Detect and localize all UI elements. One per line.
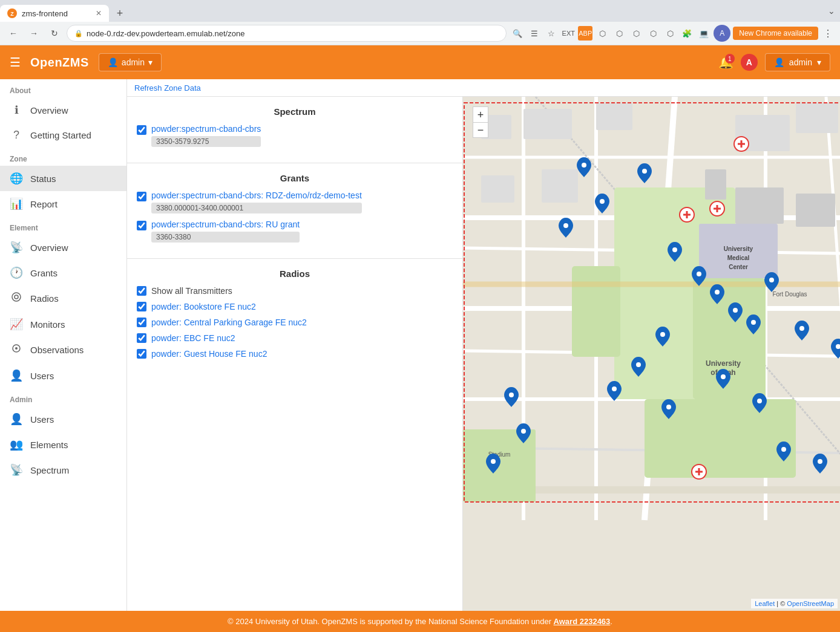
- bookmark-icon-btn[interactable]: ☆: [544, 26, 559, 41]
- share-icon-btn[interactable]: ☰: [527, 26, 542, 41]
- radio-2-link[interactable]: powder: Central Parking Garage FE nuc2: [151, 318, 307, 327]
- radio-4-link[interactable]: powder: Guest House FE nuc2: [151, 349, 267, 359]
- radio-3-link[interactable]: powder: EBC FE nuc2: [151, 333, 235, 343]
- browser-tab[interactable]: Z zms-frontend ✕: [0, 5, 109, 22]
- sidebar-section-zone: Zone: [0, 148, 126, 166]
- new-chrome-button[interactable]: New Chrome available: [733, 27, 818, 40]
- tab-close-button[interactable]: ✕: [96, 9, 102, 18]
- ext1-btn[interactable]: EXT: [561, 26, 576, 41]
- grant-1-checkbox[interactable]: [137, 221, 146, 230]
- spectrum-checkbox[interactable]: [137, 125, 146, 135]
- globe-icon: 🌐: [10, 172, 23, 185]
- svg-point-63: [509, 393, 514, 397]
- sidebar-label-monitors: Monitors: [30, 319, 65, 330]
- grant-0-content: powder:spectrum-cband-cbrs: RDZ-demo/rdz…: [151, 191, 362, 213]
- svg-rect-36: [705, 169, 726, 200]
- ext3-btn[interactable]: ⬡: [595, 26, 609, 41]
- radio-0-checkbox[interactable]: [137, 286, 146, 296]
- svg-rect-33: [542, 169, 578, 203]
- reload-button[interactable]: ↻: [46, 25, 63, 42]
- ext7-btn[interactable]: ⬡: [663, 26, 677, 41]
- device-btn[interactable]: 💻: [697, 26, 711, 41]
- ext6-btn[interactable]: ⬡: [646, 26, 660, 41]
- admin-dropdown-button[interactable]: 👤 admin ▾: [765, 53, 830, 71]
- sidebar-item-spectrum-admin[interactable]: 📡 Spectrum: [0, 457, 126, 483]
- spectrum-range: 3350-3579.9275: [151, 136, 261, 147]
- map-controls: + −: [473, 106, 488, 138]
- map-container[interactable]: University Medical Center University of …: [463, 97, 840, 611]
- svg-point-59: [660, 332, 665, 337]
- address-bar[interactable]: 🔒 node-0.rdz-dev.powderteam.emulab.net/z…: [67, 25, 507, 42]
- radios-title: Radios: [137, 269, 453, 279]
- sidebar-label-radios: Radios: [30, 293, 59, 304]
- svg-point-2: [12, 293, 21, 301]
- svg-point-61: [612, 386, 617, 391]
- grant-0-range: 3380.000001-3400.000001: [151, 203, 362, 213]
- grant-1-link[interactable]: powder:spectrum-cband-cbrs: RU grant: [151, 220, 300, 229]
- forward-button[interactable]: →: [25, 25, 42, 42]
- expand-icon[interactable]: ⌄: [828, 6, 835, 16]
- monitors-icon: 📈: [10, 318, 23, 331]
- radio-3-checkbox[interactable]: [137, 333, 146, 343]
- new-tab-button[interactable]: +: [109, 5, 131, 22]
- grant-0-checkbox[interactable]: [137, 192, 146, 201]
- svg-point-68: [491, 459, 496, 464]
- admin-button[interactable]: 👤 admin ▾: [99, 53, 162, 71]
- ext5-btn[interactable]: ⬡: [629, 26, 643, 41]
- sidebar-item-observations[interactable]: Observations: [0, 337, 126, 363]
- clock-icon: 🕐: [10, 266, 23, 279]
- sidebar-item-getting-started[interactable]: ? Getting Started: [0, 123, 126, 148]
- chrome-menu-button[interactable]: ⋮: [821, 26, 835, 41]
- award-link[interactable]: Award 2232463: [554, 617, 611, 626]
- radio-1-checkbox[interactable]: [137, 302, 146, 311]
- sidebar-item-grants[interactable]: 🕐 Grants: [0, 260, 126, 285]
- radio-4-checkbox[interactable]: [137, 349, 146, 359]
- grant-0-link[interactable]: powder:spectrum-cband-cbrs: RDZ-demo/rdz…: [151, 191, 362, 200]
- sidebar-label-users-element: Users: [30, 371, 54, 381]
- report-icon: 📊: [10, 197, 23, 210]
- footer-text: © 2024 University of Utah. OpenZMS is su…: [228, 617, 551, 626]
- sidebar-item-monitors[interactable]: 📈 Monitors: [0, 311, 126, 337]
- leaflet-link[interactable]: Leaflet: [755, 600, 775, 607]
- admin-dropdown-person-icon: 👤: [774, 57, 784, 67]
- radio-1-link[interactable]: powder: Bookstore FE nuc2: [151, 302, 256, 311]
- users-admin-icon: 👤: [10, 412, 23, 426]
- sidebar-item-users-element[interactable]: 👤 Users: [0, 363, 126, 388]
- ext2-btn[interactable]: ABP: [578, 26, 592, 41]
- svg-point-52: [672, 247, 677, 252]
- svg-rect-31: [796, 103, 838, 133]
- svg-rect-29: [596, 103, 632, 130]
- sidebar-item-users-admin[interactable]: 👤 Users: [0, 406, 126, 432]
- svg-text:Medical: Medical: [727, 255, 750, 261]
- spectrum-link[interactable]: powder:spectrum-cband-cbrs: [151, 124, 261, 134]
- sidebar-item-report[interactable]: 📊 Report: [0, 191, 126, 217]
- sidebar-label-overview-about: Overview: [30, 105, 68, 116]
- admin-btn-label: admin: [122, 57, 145, 67]
- svg-text:University: University: [706, 359, 741, 368]
- admin-person-icon: 👤: [108, 57, 118, 67]
- radio-item-1: powder: Bookstore FE nuc2: [137, 302, 453, 311]
- svg-point-57: [769, 278, 774, 282]
- zoom-in-button[interactable]: +: [473, 106, 488, 122]
- zoom-out-button[interactable]: −: [473, 122, 488, 138]
- extensions-btn[interactable]: 🧩: [680, 26, 694, 41]
- search-icon-btn[interactable]: 🔍: [510, 26, 525, 41]
- menu-icon[interactable]: ☰: [10, 55, 21, 70]
- bell-button[interactable]: 🔔 1: [718, 55, 733, 70]
- radio-icon: [10, 292, 23, 305]
- radios-list: Show all Transmitters powder: Bookstore …: [137, 286, 453, 365]
- refresh-link[interactable]: Refresh Zone Data: [134, 83, 201, 93]
- sidebar-item-element-overview[interactable]: 📡 Overview: [0, 235, 126, 260]
- osm-link[interactable]: OpenStreetMap: [787, 600, 834, 607]
- map-panel: University Medical Center University of …: [463, 97, 840, 611]
- sidebar-label-grants: Grants: [30, 268, 57, 278]
- radio-2-checkbox[interactable]: [137, 318, 146, 327]
- sidebar-item-radios[interactable]: Radios: [0, 285, 126, 311]
- sidebar-item-status[interactable]: 🌐 Status: [0, 166, 126, 191]
- profile-avatar-btn[interactable]: A: [714, 25, 730, 42]
- ext4-btn[interactable]: ⬡: [612, 26, 626, 41]
- sidebar-label-status: Status: [30, 174, 56, 184]
- sidebar-item-overview-about[interactable]: ℹ Overview: [0, 97, 126, 123]
- back-button[interactable]: ←: [5, 25, 22, 42]
- sidebar-item-elements-admin[interactable]: 👥 Elements: [0, 432, 126, 457]
